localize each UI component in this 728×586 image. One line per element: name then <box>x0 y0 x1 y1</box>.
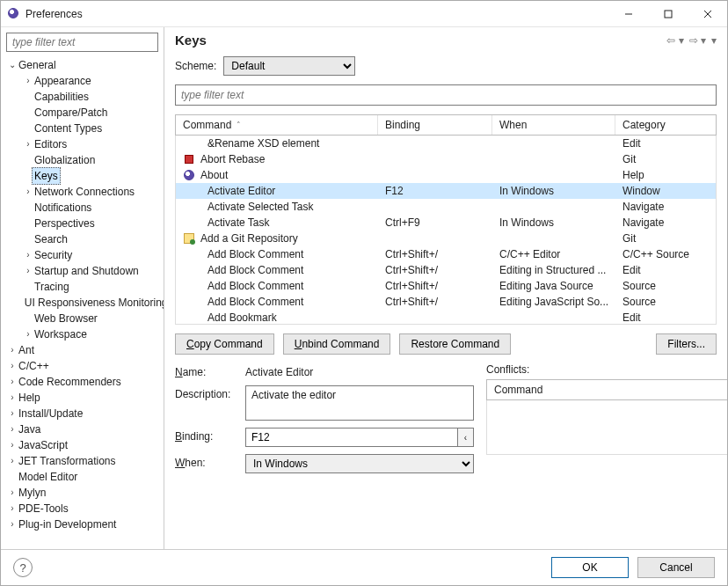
nav-item[interactable]: ›JavaScript <box>1 437 164 453</box>
binding-input[interactable] <box>245 428 458 447</box>
chevron-right-icon[interactable]: › <box>6 501 18 516</box>
nav-item[interactable]: ·UI Responsiveness Monitoring <box>1 295 164 311</box>
column-header-category[interactable]: Category <box>615 115 716 135</box>
close-button[interactable] <box>688 1 727 26</box>
table-row[interactable]: Activate TaskCtrl+F9In WindowsNavigate <box>176 215 716 231</box>
nav-item[interactable]: ›Startup and Shutdown <box>1 263 164 279</box>
nav-item-label: Model Editor <box>18 469 77 485</box>
copy-command-button[interactable]: Copy Command <box>175 333 274 355</box>
restore-command-button[interactable]: Restore Command <box>399 333 511 355</box>
chevron-right-icon[interactable]: › <box>6 453 18 469</box>
table-row[interactable]: Abort RebaseGit <box>176 151 716 167</box>
cell-when: Editing Java Source <box>492 278 615 294</box>
chevron-right-icon[interactable]: › <box>22 136 34 152</box>
ok-button[interactable]: OK <box>551 557 629 578</box>
chevron-right-icon[interactable]: › <box>22 184 34 200</box>
chevron-right-icon[interactable]: › <box>22 263 34 279</box>
nav-item[interactable]: ›Editors <box>1 136 164 152</box>
cell-category: Navigate <box>615 215 716 231</box>
binding-side-button[interactable]: ‹ <box>458 428 474 447</box>
back-icon[interactable]: ⇦ ▾ <box>666 34 683 47</box>
unbind-command-button[interactable]: Unbind Command <box>283 333 391 355</box>
nav-item[interactable]: ·Perspectives <box>1 216 164 231</box>
conflicts-col-command[interactable]: Command <box>487 380 727 399</box>
chevron-right-icon[interactable]: › <box>6 485 18 501</box>
menu-dropdown-icon[interactable]: ▾ <box>711 34 717 47</box>
chevron-right-icon[interactable]: › <box>6 406 18 421</box>
nav-item[interactable]: ·Capabilities <box>1 89 164 105</box>
nav-item[interactable]: ·Content Types <box>1 121 164 136</box>
nav-item[interactable]: ·Tracing <box>1 279 164 295</box>
table-row[interactable]: Add BookmarkEdit <box>176 310 716 325</box>
nav-tree[interactable]: ⌄General›Appearance·Capabilities·Compare… <box>1 55 164 549</box>
table-row[interactable]: Add Block CommentCtrl+Shift+/Editing Jav… <box>176 294 716 310</box>
when-select[interactable]: In Windows <box>245 454 474 473</box>
nav-item[interactable]: ·Search <box>1 231 164 247</box>
maximize-button[interactable] <box>648 1 688 26</box>
nav-item[interactable]: ›Install/Update <box>1 406 164 421</box>
nav-item[interactable]: ·Globalization <box>1 152 164 168</box>
help-icon[interactable]: ? <box>13 558 33 577</box>
filters-button[interactable]: Filters... <box>656 333 717 355</box>
chevron-right-icon[interactable]: › <box>6 374 18 390</box>
app-icon <box>8 8 20 20</box>
nav-item[interactable]: ›Appearance <box>1 73 164 89</box>
nav-item[interactable]: ›Plug-in Development <box>1 516 164 532</box>
content-hscroll[interactable] <box>175 482 717 497</box>
nav-item[interactable]: ›Security <box>1 247 164 263</box>
nav-item[interactable]: ›C/C++ <box>1 358 164 374</box>
nav-item[interactable]: ·Notifications <box>1 200 164 216</box>
table-row[interactable]: Add Block CommentCtrl+Shift+/C/C++ Edito… <box>176 246 716 262</box>
cell-category: Git <box>615 231 716 246</box>
chevron-right-icon[interactable]: › <box>6 437 18 453</box>
column-header-binding[interactable]: Binding <box>378 115 492 135</box>
chevron-right-icon[interactable]: › <box>22 326 34 342</box>
table-row[interactable]: Activate Selected TaskNavigate <box>176 199 716 215</box>
chevron-right-icon[interactable]: › <box>6 421 18 437</box>
table-row[interactable]: Add Block CommentCtrl+Shift+/Editing in … <box>176 262 716 278</box>
cell-when <box>492 167 615 183</box>
scheme-select[interactable]: Default <box>223 56 355 76</box>
minimize-button[interactable] <box>608 1 648 26</box>
nav-item[interactable]: ›JET Transformations <box>1 453 164 469</box>
nav-item[interactable]: ›Ant <box>1 342 164 358</box>
nav-item[interactable]: ›Workspace <box>1 326 164 342</box>
cell-binding <box>378 136 492 151</box>
nav-item[interactable]: ⌄General <box>1 57 164 73</box>
chevron-right-icon[interactable]: › <box>22 73 34 89</box>
nav-filter-input[interactable] <box>6 33 158 52</box>
table-row[interactable]: Add a Git RepositoryGit <box>176 231 716 246</box>
cancel-button[interactable]: Cancel <box>637 557 715 578</box>
nav-item[interactable]: ›PDE-Tools <box>1 501 164 516</box>
column-header-command[interactable]: Command˄ <box>176 115 378 135</box>
table-row[interactable]: AboutHelp <box>176 167 716 183</box>
table-row[interactable]: &Rename XSD elementEdit <box>176 136 716 151</box>
nav-item[interactable]: ·Keys <box>1 168 164 184</box>
chevron-down-icon[interactable]: ⌄ <box>6 57 18 73</box>
nav-item-label: Workspace <box>34 326 87 342</box>
keys-table-filter-input[interactable] <box>175 84 717 106</box>
chevron-right-icon[interactable]: › <box>6 390 18 406</box>
nav-item[interactable]: ·Compare/Patch <box>1 105 164 121</box>
chevron-right-icon[interactable]: › <box>22 247 34 263</box>
chevron-right-icon[interactable]: › <box>6 516 18 532</box>
table-row[interactable]: Activate EditorF12In WindowsWindow <box>176 183 716 199</box>
forward-icon[interactable]: ⇨ ▾ <box>689 34 706 47</box>
column-header-when[interactable]: When <box>492 115 615 135</box>
chevron-right-icon[interactable]: › <box>6 358 18 374</box>
cell-when <box>492 199 615 215</box>
nav-item[interactable]: ›Code Recommenders <box>1 374 164 390</box>
nav-item[interactable]: ›Help <box>1 390 164 406</box>
nav-item[interactable]: ·Model Editor <box>1 469 164 485</box>
nav-item[interactable]: ›Network Connections <box>1 184 164 200</box>
chevron-right-icon[interactable]: › <box>6 342 18 358</box>
table-row[interactable]: Add Block CommentCtrl+Shift+/Editing Jav… <box>176 278 716 294</box>
cell-when <box>492 231 615 246</box>
nav-item[interactable]: ›Mylyn <box>1 485 164 501</box>
nav-item[interactable]: ›Java <box>1 421 164 437</box>
cell-binding <box>378 199 492 215</box>
nav-item[interactable]: ·Web Browser <box>1 311 164 326</box>
conflicts-body[interactable] <box>486 400 727 455</box>
conflicts-hscroll[interactable] <box>486 458 727 473</box>
cell-command: Add a Git Repository <box>200 231 298 246</box>
